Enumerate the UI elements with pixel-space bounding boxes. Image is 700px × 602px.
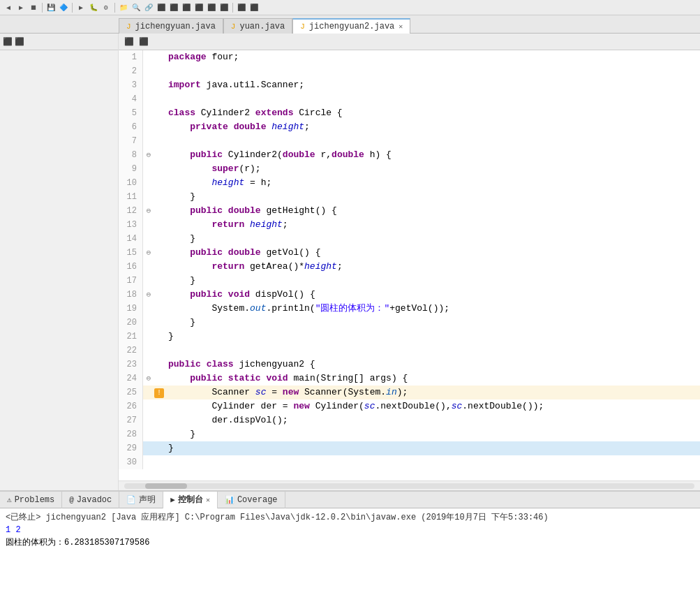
- tab-close-3[interactable]: ✕: [399, 22, 403, 31]
- console-output[interactable]: <已终止> jichengyuan2 [Java 应用程序] C:\Progra…: [0, 508, 700, 602]
- toolbar-btn-save[interactable]: 💾: [45, 2, 57, 13]
- toolbar-btn-13[interactable]: ⬛: [168, 2, 179, 13]
- table-row: 24 ⊖ public static void main(String[] ar…: [119, 372, 700, 386]
- warning-marker-25: !: [154, 388, 164, 398]
- tab-console[interactable]: ▶ 控制台 ✕: [163, 492, 218, 508]
- toolbar-sep-3: [114, 3, 115, 13]
- toolbar-btn-18[interactable]: ⬛: [236, 2, 247, 13]
- tab-label-3: jichengyuan2.java: [309, 22, 394, 31]
- h-scroll-thumb[interactable]: [145, 483, 187, 489]
- main-toolbar: ◀ ▶ ⏹ 💾 🔷 ▶ 🐛 ⚙ 📁 🔍 🔗 ⬛ ⬛ ⬛ ⬛ ⬛ ⬛ ⬛ ⬛: [0, 0, 700, 15]
- sidebar-btn-2[interactable]: ⬛: [15, 37, 24, 46]
- toolbar-btn-15[interactable]: ⬛: [193, 2, 204, 13]
- table-row: 9 super(r);: [119, 162, 700, 176]
- tab-bar: J jichengyuan.java J yuan.java J jicheng…: [0, 15, 700, 34]
- table-row: 15 ⊖ public double getVol() {: [119, 246, 700, 260]
- fold-btn-24[interactable]: ⊖: [143, 372, 154, 386]
- toolbar-btn-17[interactable]: ⬛: [218, 2, 230, 13]
- problems-icon: ⚠: [7, 495, 12, 504]
- fold-btn-8[interactable]: ⊖: [143, 148, 154, 162]
- table-row: 16 return getArea()*height;: [119, 260, 700, 274]
- table-row: 5 class Cylinder2 extends Circle {: [119, 106, 700, 120]
- code-editor[interactable]: 1 package four; 2: [119, 50, 700, 480]
- fold-btn-15[interactable]: ⊖: [143, 246, 154, 260]
- sidebar-collapse-btn[interactable]: ⬛: [3, 37, 13, 46]
- left-sidebar: ⬛ ⬛: [0, 34, 119, 490]
- toolbar-btn-12[interactable]: ⬛: [156, 2, 167, 13]
- bottom-panel: ⚠ Problems @ Javadoc 📄 声明 ▶ 控制台 ✕ 📊: [0, 490, 700, 602]
- table-row: 14 }: [119, 232, 700, 246]
- javadoc-icon: @: [69, 496, 74, 504]
- table-row: 17 }: [119, 274, 700, 288]
- java-icon-1: J: [126, 22, 131, 31]
- java-icon-2: J: [231, 22, 236, 31]
- editor-toolbar: ⬛ ⬛: [119, 34, 700, 50]
- table-row: 18 ⊖ public void dispVol() {: [119, 288, 700, 302]
- table-row: 6 private double height;: [119, 120, 700, 134]
- toolbar-btn-16[interactable]: ⬛: [206, 2, 217, 13]
- coverage-icon: 📊: [225, 495, 234, 504]
- tab-label-2: yuan.java: [239, 22, 285, 31]
- toolbar-btn-19[interactable]: ⬛: [248, 2, 260, 13]
- toolbar-btn-debug[interactable]: 🐛: [88, 2, 99, 13]
- table-row: 2: [119, 64, 700, 78]
- table-row: 8 ⊖ public Cylinder2(double r,double h) …: [119, 148, 700, 162]
- table-row: 23 public class jichengyuan2 {: [119, 358, 700, 372]
- tab-declaration[interactable]: 📄 声明: [119, 492, 163, 508]
- toolbar-sep-1: [42, 3, 43, 13]
- fold-btn-12[interactable]: ⊖: [143, 204, 154, 218]
- console-close[interactable]: ✕: [206, 496, 210, 504]
- tab-coverage[interactable]: 📊 Coverage: [218, 492, 285, 508]
- bottom-tab-bar: ⚠ Problems @ Javadoc 📄 声明 ▶ 控制台 ✕ 📊: [0, 492, 700, 508]
- toolbar-btn-5[interactable]: 🔷: [58, 2, 69, 13]
- tab-jichengyuan[interactable]: J jichengyuan.java: [119, 18, 223, 34]
- horizontal-scrollbar[interactable]: [119, 480, 700, 490]
- tab-jichengyuan2[interactable]: J jichengyuan2.java ✕: [292, 18, 410, 34]
- table-row: 4: [119, 92, 700, 106]
- table-row: 11 }: [119, 190, 700, 204]
- toolbar-btn-run[interactable]: ▶: [75, 2, 87, 13]
- console-line-numbers-row: 1 2: [6, 524, 694, 536]
- table-row: 7: [119, 134, 700, 148]
- table-row: 30: [119, 455, 700, 469]
- table-row: 28 }: [119, 427, 700, 441]
- h-scroll-track[interactable]: [124, 483, 694, 489]
- declaration-icon: 📄: [126, 495, 136, 504]
- table-row: 22: [119, 344, 700, 358]
- etb-btn-2[interactable]: ⬛: [137, 36, 150, 48]
- tab-problems-label: Problems: [15, 495, 55, 505]
- tab-javadoc[interactable]: @ Javadoc: [62, 492, 119, 508]
- table-row: 27 der.dispVol();: [119, 413, 700, 427]
- table-row: 25 ! Scanner sc = new Scanner(System.in)…: [119, 386, 700, 399]
- tab-problems[interactable]: ⚠ Problems: [0, 492, 62, 508]
- table-row: 1 package four;: [119, 50, 700, 64]
- toolbar-btn-9[interactable]: 📁: [118, 2, 129, 13]
- toolbar-btn-14[interactable]: ⬛: [181, 2, 192, 13]
- etb-btn-1[interactable]: ⬛: [123, 36, 135, 48]
- toolbar-btn-8[interactable]: ⚙: [100, 2, 112, 13]
- tab-yuan[interactable]: J yuan.java: [223, 18, 292, 34]
- fold-btn-18[interactable]: ⊖: [143, 288, 154, 302]
- toolbar-btn-2[interactable]: ▶: [15, 2, 27, 13]
- table-row: 19 System.out.println("圆柱的体积为："+getVol()…: [119, 302, 700, 316]
- console-icon: ▶: [170, 495, 175, 504]
- editor-container: ⬛ ⬛ 1 package four;: [119, 34, 700, 490]
- table-row: 29 }: [119, 441, 700, 455]
- console-result-line: 圆柱的体积为：6.283185307179586: [6, 536, 694, 549]
- table-row: 13 return height;: [119, 218, 700, 232]
- tab-console-label: 控制台: [178, 494, 203, 506]
- table-row: 20 }: [119, 316, 700, 330]
- toolbar-btn-stop[interactable]: ⏹: [28, 2, 39, 13]
- toolbar-sep-4: [232, 3, 233, 13]
- toolbar-sep-2: [72, 3, 73, 13]
- tab-label-1: jichengyuan.java: [135, 22, 216, 31]
- table-row: 12 ⊖ public double getHeight() {: [119, 204, 700, 218]
- toolbar-btn-11[interactable]: 🔗: [143, 2, 154, 13]
- tab-javadoc-label: Javadoc: [77, 495, 112, 505]
- toolbar-btn-10[interactable]: 🔍: [131, 2, 142, 13]
- toolbar-btn-1[interactable]: ◀: [3, 2, 14, 13]
- java-icon-3: J: [300, 22, 305, 31]
- tab-coverage-label: Coverage: [237, 495, 278, 505]
- console-terminated-line: <已终止> jichengyuan2 [Java 应用程序] C:\Progra…: [6, 511, 694, 524]
- table-row: 26 Cylinder der = new Cylinder(sc.nextDo…: [119, 399, 700, 413]
